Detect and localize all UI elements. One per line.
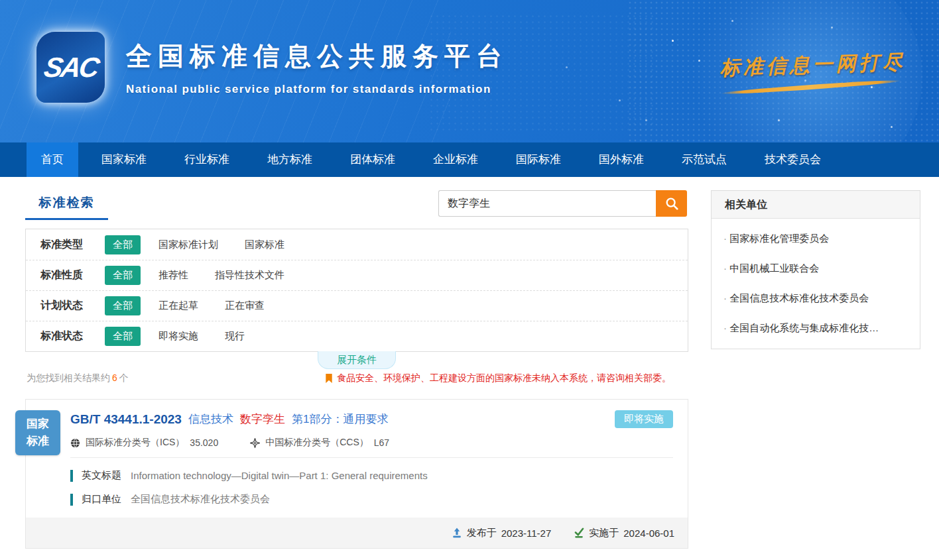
result-count-suffix: 个 [119, 372, 129, 383]
implemented-label: 实施于 [589, 527, 619, 539]
globe-icon [70, 438, 80, 448]
result-count-prefix: 为您找到相关结果约 [27, 372, 110, 383]
filter-option-2-0[interactable]: 正在起草 [158, 300, 198, 312]
nav-item-4[interactable]: 团体标准 [336, 142, 410, 177]
standard-type-badge: 国家 标准 [15, 410, 60, 455]
ics-label: 国际标准分类号（ICS） [86, 437, 184, 449]
related-units-title: 相关单位 [712, 191, 920, 219]
search-row: 标准检索 [25, 190, 688, 220]
field-accent-bar [70, 470, 73, 482]
filter-panel: 标准类型全部国家标准计划国家标准标准性质全部推荐性指导性技术文件计划状态全部正在… [25, 229, 688, 352]
bookmark-icon [325, 374, 333, 384]
card-footer: 发布于 2023-11-27 实施于 2024-06-01 [26, 518, 688, 548]
brand[interactable]: SAC 全国标准信息公共服务平台 National public service… [36, 32, 508, 103]
search-input[interactable] [438, 190, 656, 217]
nav-item-3[interactable]: 地方标准 [253, 142, 327, 177]
filter-all-button-3[interactable]: 全部 [105, 327, 141, 346]
site-subtitle: National public service platform for sta… [126, 83, 508, 96]
card-divider [70, 457, 673, 458]
field-value-0: Information technology—Digital twin—Part… [131, 470, 428, 481]
nav-item-6[interactable]: 国际标准 [501, 142, 576, 177]
notice-text: 食品安全、环境保护、工程建设方面的国家标准未纳入本系统，请咨询相关部委。 [337, 372, 671, 384]
filter-label-2: 计划状态 [40, 299, 105, 313]
classification-row: 国际标准分类号（ICS） 35.020 中国标准分类号（CCS） L67 [70, 437, 673, 449]
nav-item-7[interactable]: 国外标准 [584, 142, 658, 177]
filter-option-0-0[interactable]: 国家标准计划 [158, 239, 218, 251]
related-unit-item-3[interactable]: 全国自动化系统与集成标准化技… [712, 313, 920, 343]
standard-title-segment-2[interactable]: 第1部分：通用要求 [292, 412, 388, 427]
standard-type-badge-line2: 标准 [27, 433, 49, 450]
main-nav: 首页国家标准行业标准地方标准团体标准企业标准国际标准国外标准示范试点技术委员会 [0, 142, 939, 177]
published-date: 2023-11-27 [501, 528, 552, 539]
result-count: 为您找到相关结果约6个 [25, 372, 129, 384]
nav-item-1[interactable]: 国家标准 [87, 142, 161, 177]
nav-item-0[interactable]: 首页 [27, 142, 78, 177]
filter-option-3-1[interactable]: 现行 [225, 330, 245, 343]
sac-logo-text: SAC [41, 52, 99, 84]
filter-label-0: 标准类型 [40, 238, 105, 252]
search-button[interactable] [656, 190, 687, 217]
ccs-value: L67 [374, 437, 389, 448]
site-title: 全国标准信息公共服务平台 [126, 38, 508, 74]
main-column: 标准检索 标准类型全部国家标准计划国家标准标准性质全部推荐性指导性技术文件计划状… [25, 190, 688, 558]
field-value-1: 全国信息技术标准化技术委员会 [131, 493, 270, 506]
filter-option-1-0[interactable]: 推荐性 [158, 269, 188, 282]
filter-option-0-1[interactable]: 国家标准 [245, 239, 284, 251]
result-card: 国家 标准 GB/T 43441.1-2023 信息技术 数字孪生 第1部分：通… [25, 399, 688, 549]
site-header: SAC 全国标准信息公共服务平台 National public service… [0, 0, 939, 142]
implemented-date: 2024-06-01 [623, 528, 674, 539]
filter-row-3: 标准状态全部即将实施现行 [26, 321, 688, 351]
filter-row-2: 计划状态全部正在起草正在审查 [26, 290, 688, 321]
filter-option-1-1[interactable]: 指导性技术文件 [215, 269, 284, 282]
result-count-number: 6 [112, 372, 117, 383]
filter-all-button-2[interactable]: 全部 [105, 296, 141, 315]
related-unit-item-2[interactable]: 全国信息技术标准化技术委员会 [712, 284, 920, 313]
filter-label-1: 标准性质 [40, 268, 105, 282]
ics-value: 35.020 [190, 437, 218, 448]
filter-row-1: 标准性质全部推荐性指导性技术文件 [26, 260, 688, 290]
standard-type-badge-line1: 国家 [27, 416, 49, 433]
related-unit-item-0[interactable]: 国家标准化管理委员会 [712, 224, 920, 254]
publish-upload-icon [452, 528, 462, 538]
nav-item-2[interactable]: 行业标准 [170, 142, 244, 177]
brand-text: 全国标准信息公共服务平台 National public service pla… [126, 38, 508, 96]
published-label: 发布于 [467, 527, 497, 539]
related-units-list: 国家标准化管理委员会中国机械工业联合会全国信息技术标准化技术委员会全国自动化系统… [712, 219, 920, 349]
filter-option-2-1[interactable]: 正在审查 [225, 300, 265, 312]
compass-icon [250, 438, 260, 448]
nav-item-8[interactable]: 示范试点 [667, 142, 741, 177]
published-date-item: 发布于 2023-11-27 [452, 527, 552, 539]
standard-title-row: GB/T 43441.1-2023 信息技术 数字孪生 第1部分：通用要求 即将… [70, 410, 673, 428]
tab-standard-search[interactable]: 标准检索 [25, 194, 108, 220]
implemented-date-item: 实施于 2024-06-01 [574, 527, 674, 539]
ccs-label: 中国标准分类号（CCS） [265, 437, 369, 449]
card-field-row-1: 归口单位全国信息技术标准化技术委员会 [70, 493, 673, 506]
filter-label-3: 标准状态 [40, 329, 105, 343]
tab-standard-search-label: 标准检索 [39, 196, 95, 209]
ccs-classification: 中国标准分类号（CCS） L67 [250, 437, 389, 449]
filter-row-0: 标准类型全部国家标准计划国家标准 [26, 229, 688, 260]
related-unit-item-1[interactable]: 中国机械工业联合会 [712, 254, 920, 284]
nav-item-5[interactable]: 企业标准 [418, 142, 493, 177]
field-label-1: 归口单位 [82, 493, 121, 506]
card-body: GB/T 43441.1-2023 信息技术 数字孪生 第1部分：通用要求 即将… [26, 400, 688, 506]
related-units-panel: 相关单位 国家标准化管理委员会中国机械工业联合会全国信息技术标准化技术委员会全国… [711, 190, 920, 349]
standard-title-highlight[interactable]: 数字孪生 [240, 412, 285, 427]
expand-conditions-button[interactable]: 展开条件 [318, 351, 396, 369]
filter-all-button-1[interactable]: 全部 [105, 266, 141, 285]
search-icon [664, 196, 679, 211]
page: SAC 全国标准信息公共服务平台 National public service… [0, 0, 939, 558]
filter-option-3-0[interactable]: 即将实施 [158, 330, 198, 343]
filter-all-button-0[interactable]: 全部 [105, 235, 141, 254]
standard-code-link[interactable]: GB/T 43441.1-2023 [70, 412, 182, 427]
nav-item-9[interactable]: 技术委员会 [750, 142, 836, 177]
notice: 食品安全、环境保护、工程建设方面的国家标准未纳入本系统，请咨询相关部委。 [325, 372, 671, 384]
status-badge: 即将实施 [615, 410, 673, 428]
sac-logo[interactable]: SAC [36, 32, 105, 103]
result-info-row: 为您找到相关结果约6个 食品安全、环境保护、工程建设方面的国家标准未纳入本系统，… [25, 372, 688, 384]
implement-check-icon [574, 528, 584, 538]
field-accent-bar [70, 494, 73, 506]
standard-title-segment-1[interactable]: 信息技术 [188, 412, 233, 427]
slogan-text: 标准信息一网打尽 [720, 48, 901, 82]
content: 标准检索 标准类型全部国家标准计划国家标准标准性质全部推荐性指导性技术文件计划状… [0, 177, 939, 558]
